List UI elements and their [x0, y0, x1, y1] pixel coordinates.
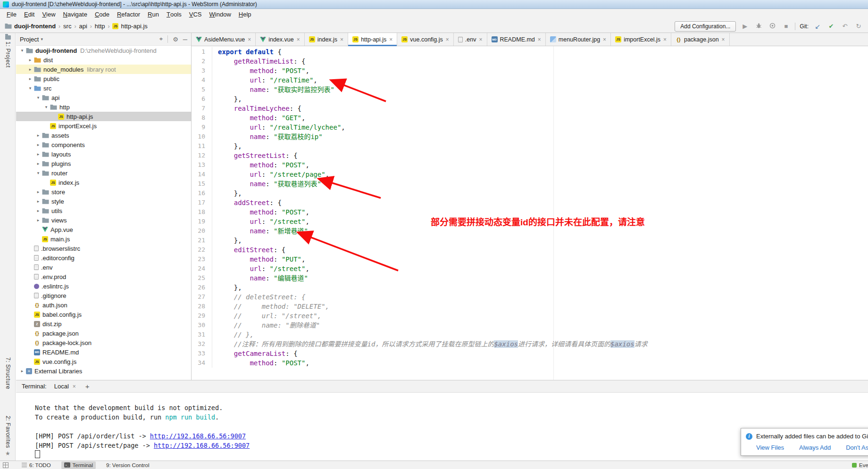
stop-icon[interactable]: ■ [781, 23, 791, 30]
tree-item[interactable]: .env [16, 263, 191, 272]
tree-item[interactable]: ▸utils [16, 206, 191, 215]
code-line[interactable]: 1export default { [192, 47, 868, 57]
line-number[interactable]: 6 [192, 94, 212, 104]
line-number[interactable]: 27 [192, 292, 212, 302]
line-number[interactable]: 20 [192, 226, 212, 236]
line-number[interactable]: 24 [192, 264, 212, 273]
stripe-project-button[interactable]: 1: Project [0, 35, 16, 68]
chevron-right-icon[interactable]: ▸ [35, 218, 42, 222]
line-number[interactable]: 21 [192, 236, 212, 245]
menu-item-vcs[interactable]: VCS [185, 9, 206, 20]
chevron-right-icon[interactable]: ▸ [35, 208, 42, 213]
tree-item[interactable]: ▾http [16, 102, 191, 112]
chevron-right-icon[interactable]: ▸ [19, 369, 25, 373]
stripe-structure-button[interactable]: 7: Structure [0, 357, 16, 389]
chevron-right-icon[interactable]: ▸ [35, 133, 42, 138]
code-line[interactable]: 20 name: "新增巷道" [192, 226, 868, 236]
menu-item-file[interactable]: File [3, 9, 20, 20]
line-number[interactable]: 31 [192, 330, 212, 339]
code-line[interactable]: 12 getStreetList: { [192, 151, 868, 160]
line-number[interactable]: 29 [192, 311, 212, 321]
code-line[interactable]: 32 //注释：所有用到删除的接口都需要拼接变量id，所以请求方式采用了挂载在原… [192, 339, 868, 349]
chevron-right-icon[interactable]: ▸ [35, 142, 42, 147]
line-number[interactable]: 28 [192, 302, 212, 311]
chevron-right-icon[interactable]: ▸ [27, 67, 33, 72]
tree-item[interactable]: JSbabel.config.js [16, 310, 191, 319]
chevron-right-icon[interactable]: ▸ [35, 199, 42, 204]
line-number[interactable]: 14 [192, 170, 212, 179]
line-number[interactable]: 3 [192, 66, 212, 75]
menu-item-run[interactable]: Run [144, 9, 163, 20]
tree-item[interactable]: {}package-lock.json [16, 338, 191, 347]
tree-item[interactable]: ▸plugins [16, 159, 191, 168]
code-line[interactable]: 14 url: "/street/page", [192, 170, 868, 179]
settings-icon[interactable]: ⚙ [173, 36, 178, 43]
tree-item[interactable]: Zdist.zip [16, 319, 191, 329]
code-viewport[interactable]: 1export default {2 getRealTimeList: {3 m… [192, 47, 868, 368]
status-item-terminal[interactable]: >_Terminal [61, 461, 96, 469]
git-revert-icon[interactable]: ↶ [840, 23, 850, 30]
line-number[interactable]: 26 [192, 283, 212, 292]
line-number[interactable]: 23 [192, 255, 212, 264]
terminal-link[interactable]: http://192.168.66.56:9007 [154, 442, 250, 449]
breadcrumb-item[interactable]: duoji-frontend [5, 23, 56, 30]
code-line[interactable]: 11 }, [192, 141, 868, 151]
line-number[interactable]: 8 [192, 113, 212, 123]
editor-tab[interactable]: AsideMenu.vue× [192, 33, 256, 46]
tree-item[interactable]: {}auth.json [16, 300, 191, 310]
notification-action[interactable]: Don't Ask Agai [846, 444, 868, 451]
tree-item[interactable]: JSimportExcel.js [16, 121, 191, 131]
close-icon[interactable]: × [663, 36, 667, 43]
tree-item[interactable]: .eslintrc.js [16, 281, 191, 291]
code-line[interactable]: 15 name: "获取巷道列表" [192, 179, 868, 189]
menu-item-refactor[interactable]: Refactor [113, 9, 144, 20]
line-number[interactable]: 32 [192, 339, 212, 349]
code-line[interactable]: 29 // url: "/street", [192, 311, 868, 321]
chevron-down-icon[interactable]: ▾ [43, 105, 50, 109]
run-icon[interactable]: ▶ [740, 23, 750, 30]
hide-panel-icon[interactable]: ─ [183, 36, 187, 43]
menu-item-window[interactable]: Window [206, 9, 235, 20]
code-line[interactable]: 22 editStreet: { [192, 245, 868, 255]
close-icon[interactable]: × [722, 36, 725, 43]
code-line[interactable]: 33 getCameraList: { [192, 349, 868, 358]
code-line[interactable]: 19 url: "/street", [192, 217, 868, 226]
chevron-down-icon[interactable]: ▾ [19, 48, 25, 53]
chevron-down-icon[interactable]: ▾ [27, 86, 33, 91]
code-line[interactable]: 30 // name: "删除巷道" [192, 321, 868, 330]
terminal-tab-local[interactable]: Local × [51, 382, 79, 391]
chevron-down-icon[interactable]: ▾ [35, 95, 42, 100]
tree-item[interactable]: ▸layouts [16, 149, 191, 159]
history-icon[interactable]: ↻ [854, 23, 863, 30]
menu-item-tools[interactable]: Tools [163, 9, 185, 20]
code-line[interactable]: 2 getRealTimeList: { [192, 57, 868, 66]
tree-item[interactable]: ▸store [16, 187, 191, 197]
code-line[interactable]: 13 method: "POST", [192, 160, 868, 170]
editor-tab-active[interactable]: JShttp-api.js× [348, 33, 397, 46]
tree-item[interactable]: ▾src [16, 83, 191, 93]
code-line[interactable]: 34 method: "POST", [192, 358, 868, 368]
breadcrumb-item[interactable]: src [63, 23, 71, 30]
close-icon[interactable]: × [340, 36, 343, 43]
line-number[interactable]: 12 [192, 151, 212, 160]
code-line[interactable]: 9 url: "/realTime/lychee", [192, 123, 868, 132]
code-line[interactable]: 18 method: "POST", [192, 207, 868, 217]
editor-tab[interactable]: .env× [454, 33, 487, 46]
line-number[interactable]: 17 [192, 198, 212, 207]
close-icon[interactable]: × [479, 36, 482, 43]
editor-tab[interactable]: MDREADME.md× [487, 33, 546, 46]
stripe-favorites-button[interactable]: 2: Favorites ★ [0, 416, 16, 457]
tree-item[interactable]: {}package.json [16, 329, 191, 338]
line-number[interactable]: 4 [192, 75, 212, 85]
tree-item[interactable]: ▸dist [16, 55, 191, 65]
tree-item[interactable]: App.vue [16, 225, 191, 234]
chevron-down-icon[interactable]: ▾ [35, 171, 42, 175]
line-number[interactable]: 1 [192, 47, 212, 57]
close-icon[interactable]: × [446, 36, 449, 43]
line-number[interactable]: 30 [192, 321, 212, 330]
close-icon[interactable]: × [73, 383, 76, 390]
editor-tab[interactable]: index.vue× [256, 33, 305, 46]
code-line[interactable]: 31 // }, [192, 330, 868, 339]
menu-item-edit[interactable]: Edit [20, 9, 38, 20]
code-line[interactable]: 5 name: "获取实时监控列表" [192, 85, 868, 94]
